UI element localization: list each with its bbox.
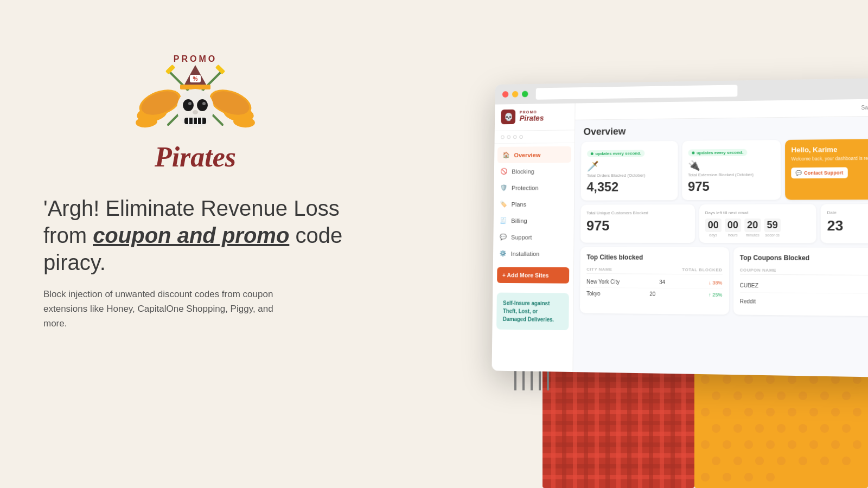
switch-text: Switch to [861,104,868,111]
svg-point-66 [744,408,753,416]
dot-green [522,91,528,98]
svg-point-51 [744,375,753,384]
stat2-icon: 🔌 [688,159,775,171]
svg-point-83 [788,440,796,449]
countdown-hours: 00 hours [725,219,741,237]
stat-card-countdown: Days left till next crawl 00 days 00 hou… [699,204,816,243]
coupon-name-1: CUBEZ [740,282,758,288]
nav-plans[interactable]: 🏷️ Plans [494,196,574,213]
stat-card-extensions: updates every second. 🔌 Total Extension … [682,140,781,200]
svg-point-94 [701,473,710,481]
svg-point-74 [755,424,764,433]
main-panel: Switch to Overview updates every second.… [573,99,868,377]
svg-point-89 [755,457,764,465]
city-row-2: Tokyo 20 ↑ 25% [586,288,722,300]
add-sites-button[interactable]: + Add More Sites [497,267,569,283]
stat1-value: 4,352 [586,179,672,194]
nav-overview[interactable]: 🏠 Overview [497,146,571,163]
svg-point-120 [188,102,192,105]
svg-point-60 [777,391,786,400]
dot-yellow [512,91,519,98]
svg-point-81 [744,440,753,449]
stat5-label: Days left till next crawl [705,210,810,215]
coupons-title: Top Coupons Blocked [740,254,868,262]
countdown-seconds-label: seconds [764,233,781,237]
nav-installation[interactable]: ⚙️ Installation [493,245,573,262]
countdown-seconds-val: 59 [764,219,781,232]
svg-point-79 [701,440,710,449]
svg-point-52 [766,375,775,384]
svg-point-71 [853,408,861,416]
install-icon: ⚙️ [499,250,507,257]
svg-point-118 [183,99,194,111]
svg-point-61 [799,391,807,400]
stat2-badge: updates every second. [688,149,747,157]
svg-point-121 [202,102,206,105]
svg-text:%: % [193,76,198,82]
welcome-text: Welcome back, your dashboard is ready! [792,156,868,163]
stat1-label: Total Orders Blocked (October) [587,173,672,178]
svg-point-90 [777,457,786,465]
city-name-2: Tokyo [586,291,601,297]
app-window-controls [495,130,575,144]
svg-point-69 [809,408,818,416]
countdown-minutes-val: 20 [744,219,761,232]
svg-point-76 [799,424,807,433]
svg-point-75 [777,424,786,433]
nav-billing[interactable]: 🧾 Billing [494,212,574,229]
svg-point-63 [842,391,851,400]
svg-point-93 [842,457,851,465]
stats-row-2: Total Unique Customers Blocked 975 Days … [574,204,868,248]
svg-point-97 [766,473,775,481]
svg-point-55 [831,375,840,384]
nav-blocking[interactable]: 🚫 Blocking [494,163,575,179]
top-coupons-card: Top Coupons Blocked COUPON NAME CUBEZ Re… [733,247,868,316]
coupons-col1-header: COUPON NAME [740,268,776,273]
svg-point-50 [723,375,731,384]
countdown-seconds: 59 seconds [764,219,781,237]
logo-area: PROMO [43,54,347,173]
countdown-days: 00 days [705,219,722,237]
svg-point-53 [788,375,796,384]
app-sidebar: 💀 PROMO Pirates 🏠 Overview 🚫 Bloc [492,103,576,372]
city-name-1: New York City [586,279,620,285]
svg-point-84 [809,440,818,449]
stat6-label: Date [827,210,868,215]
stat4-label: Total Unique Customers Blocked [586,210,689,215]
dot-red [502,91,509,98]
countdown-row: 00 days 00 hours 20 minutes 59 [705,219,810,237]
shield-icon: 🛡️ [500,184,507,191]
sidebar-ad: Self-Insure against Theft, Lost, or Dama… [496,293,569,331]
contact-support-button[interactable]: 💬 Contact Support [792,167,848,178]
cities-header: CITY NAME TOTAL BLOCKED [586,265,722,274]
stats-row-1: updates every second. 🗡️ Total Orders Bl… [575,139,868,205]
countdown-days-label: days [705,233,722,237]
cities-col1-header: CITY NAME [586,267,612,272]
nav-protection[interactable]: 🛡️ Protection [494,179,574,196]
stat1-badge: updates every second. [587,150,645,157]
stat-card-orders: updates every second. 🗡️ Total Orders Bl… [581,141,678,201]
city-count-1: 34 [659,279,665,285]
app-logo-main: Pirates [520,114,544,123]
svg-point-95 [723,473,731,481]
address-bar [536,85,738,99]
city-row-1: New York City 34 ↓ 38% [586,276,722,289]
cities-title: Top Cities blocked [586,253,722,261]
nav-support[interactable]: 💬 Support [493,229,573,246]
svg-point-80 [723,440,731,449]
subtext: Block injection of unwanted discount cod… [43,287,293,331]
svg-point-91 [799,457,807,465]
coupons-header: COUPON NAME [740,266,868,276]
browser-mockup: 💀 PROMO Pirates 🏠 Overview 🚫 Bloc [492,78,868,377]
deco-red-weave [542,358,694,488]
home-icon: 🏠 [502,152,509,159]
svg-point-49 [701,375,710,384]
coupon-row-2: Reddit [740,293,868,310]
svg-point-70 [831,408,840,416]
svg-rect-123 [184,118,206,124]
pirate-logo-svg: % [136,60,255,146]
app-content: 💀 PROMO Pirates 🏠 Overview 🚫 Bloc [492,99,868,377]
svg-point-78 [842,424,851,433]
countdown-minutes: 20 minutes [744,219,761,237]
svg-point-77 [820,424,829,433]
